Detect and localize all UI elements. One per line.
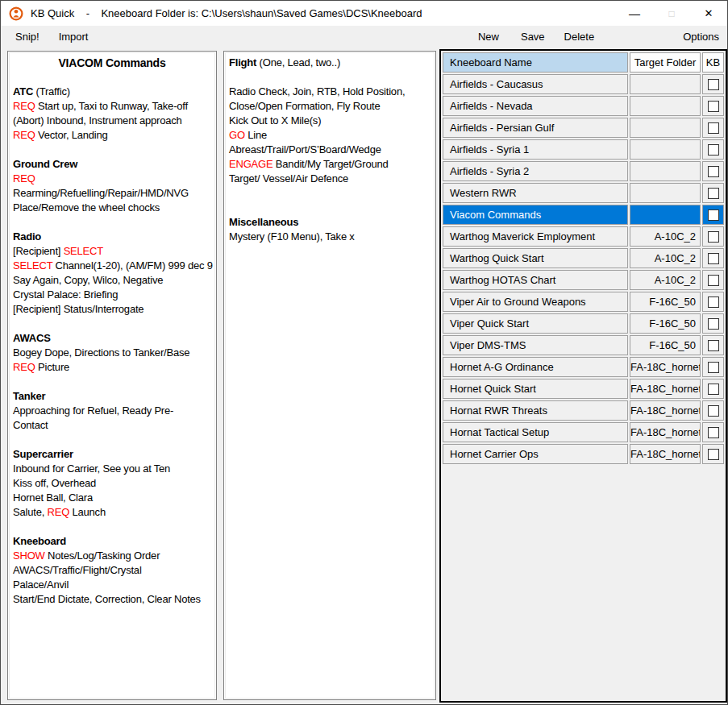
kb-cell[interactable]	[702, 313, 724, 334]
target-folder-cell[interactable]	[630, 161, 701, 181]
menu-save[interactable]: Save	[521, 31, 545, 43]
kb-checkbox[interactable]	[708, 340, 719, 351]
kneeboard-name-cell[interactable]: Viper DMS-TMS	[443, 335, 628, 355]
header-target-folder[interactable]: Target Folder	[630, 52, 701, 73]
kneeboard-row[interactable]: Hornat Tactical SetupFA-18C_hornet	[443, 422, 724, 442]
kneeboard-row[interactable]: Viacom Commands	[443, 205, 724, 225]
kb-checkbox[interactable]	[708, 79, 719, 90]
kb-checkbox[interactable]	[708, 166, 719, 177]
flight-commands-panel[interactable]: Flight (One, Lead, two..) Radio Check, J…	[223, 51, 436, 700]
kb-cell[interactable]	[702, 335, 724, 355]
kb-cell[interactable]	[702, 161, 724, 181]
kneeboard-row[interactable]: Warthog HOTAS ChartA-10C_2	[443, 270, 724, 290]
kneeboard-name-cell[interactable]: Western RWR	[443, 183, 628, 203]
target-folder-cell[interactable]: FA-18C_hornet	[630, 400, 701, 421]
kb-checkbox[interactable]	[708, 231, 719, 243]
target-folder-cell[interactable]: A-10C_2	[630, 226, 701, 247]
kneeboard-name-cell[interactable]: Airfields - Nevada	[443, 96, 628, 116]
kb-checkbox[interactable]	[708, 318, 719, 330]
kb-cell[interactable]	[702, 183, 724, 203]
kb-checkbox[interactable]	[708, 405, 719, 417]
close-button[interactable]: ✕	[690, 1, 727, 26]
kneeboard-row[interactable]: Hornet A-G OrdinanceFA-18C_hornet	[443, 357, 724, 377]
target-folder-cell[interactable]: FA-18C_hornet	[630, 444, 701, 464]
target-folder-cell[interactable]	[630, 74, 701, 94]
kneeboard-row[interactable]: Airfields - Nevada	[443, 96, 724, 116]
kb-checkbox[interactable]	[708, 449, 719, 460]
kb-checkbox[interactable]	[708, 384, 719, 395]
kneeboard-name-cell[interactable]: Hornat RWR Threats	[443, 400, 628, 421]
target-folder-cell[interactable]	[630, 139, 701, 160]
kb-cell[interactable]	[702, 226, 724, 247]
viacom-commands-panel[interactable]: VIACOM Commands ATC (Traffic)REQ Start u…	[7, 51, 217, 700]
kneeboard-name-cell[interactable]: Viper Air to Ground Weapons	[443, 292, 628, 312]
kb-cell[interactable]	[702, 292, 724, 312]
kb-cell[interactable]	[702, 379, 724, 399]
kneeboard-name-cell[interactable]: Airfields - Syria 1	[443, 139, 628, 160]
target-folder-cell[interactable]	[630, 205, 701, 225]
target-folder-cell[interactable]: A-10C_2	[630, 270, 701, 290]
kneeboard-name-cell[interactable]: Airfields - Persian Gulf	[443, 118, 628, 138]
kneeboard-name-cell[interactable]: Airfields - Caucasus	[443, 74, 628, 94]
target-folder-cell[interactable]	[630, 118, 701, 138]
kb-checkbox[interactable]	[708, 362, 719, 373]
header-kb[interactable]: KB	[702, 52, 724, 73]
kb-cell[interactable]	[702, 139, 724, 160]
kneeboard-row[interactable]: Warthog Maverick EmploymentA-10C_2	[443, 226, 724, 247]
kneeboard-name-cell[interactable]: Warthog Quick Start	[443, 248, 628, 268]
kb-checkbox[interactable]	[708, 427, 719, 438]
kneeboard-name-cell[interactable]: Hornet A-G Ordinance	[443, 357, 628, 377]
kneeboard-row[interactable]: Viper Air to Ground WeaponsF-16C_50	[443, 292, 724, 312]
menu-new[interactable]: New	[478, 31, 499, 43]
kneeboard-name-cell[interactable]: Airfields - Syria 2	[443, 161, 628, 181]
kb-checkbox[interactable]	[708, 122, 719, 134]
header-kneeboard-name[interactable]: Kneeboard Name	[443, 52, 628, 73]
menu-snip[interactable]: Snip!	[15, 31, 40, 43]
target-folder-cell[interactable]	[630, 96, 701, 116]
kb-cell[interactable]	[702, 96, 724, 116]
kneeboard-row[interactable]: Viper DMS-TMSF-16C_50	[443, 335, 724, 355]
target-folder-cell[interactable]: F-16C_50	[630, 335, 701, 355]
flight-commands-text[interactable]: Flight (One, Lead, two..) Radio Check, J…	[225, 52, 435, 699]
target-folder-cell[interactable]: FA-18C_hornet	[630, 357, 701, 377]
kneeboard-name-cell[interactable]: Warthog Maverick Employment	[443, 226, 628, 247]
kneeboard-row[interactable]: Western RWR	[443, 183, 724, 203]
kb-checkbox[interactable]	[708, 275, 719, 286]
kneeboard-row[interactable]: Airfields - Persian Gulf	[443, 118, 724, 138]
kneeboard-name-cell[interactable]: Warthog HOTAS Chart	[443, 270, 628, 290]
menu-import[interactable]: Import	[59, 31, 89, 43]
kneeboard-row[interactable]: Hornet Quick StartFA-18C_hornet	[443, 379, 724, 399]
kneeboard-name-cell[interactable]: Hornet Quick Start	[443, 379, 628, 399]
kneeboard-row[interactable]: Hornet Carrier OpsFA-18C_hornet	[443, 444, 724, 464]
kneeboard-name-cell[interactable]: Viper Quick Start	[443, 313, 628, 334]
kb-cell[interactable]	[702, 248, 724, 268]
kneeboard-row[interactable]: Airfields - Syria 2	[443, 161, 724, 181]
kb-checkbox[interactable]	[708, 297, 719, 308]
kb-cell[interactable]	[702, 400, 724, 421]
kb-checkbox[interactable]	[708, 101, 719, 112]
menu-options[interactable]: Options	[683, 31, 719, 43]
target-folder-cell[interactable]: F-16C_50	[630, 313, 701, 334]
minimize-button[interactable]: —	[616, 1, 653, 26]
kb-checkbox[interactable]	[708, 253, 719, 264]
menu-delete[interactable]: Delete	[564, 31, 595, 43]
kneeboard-row[interactable]: Airfields - Syria 1	[443, 139, 724, 160]
kneeboard-row[interactable]: Airfields - Caucasus	[443, 74, 724, 94]
kneeboard-name-cell[interactable]: Hornet Carrier Ops	[443, 444, 628, 464]
kb-cell[interactable]	[702, 118, 724, 138]
kb-checkbox[interactable]	[708, 209, 719, 221]
kb-cell[interactable]	[702, 422, 724, 442]
kneeboard-row[interactable]: Hornat RWR ThreatsFA-18C_hornet	[443, 400, 724, 421]
kb-checkbox[interactable]	[708, 144, 719, 156]
kneeboard-name-cell[interactable]: Hornat Tactical Setup	[443, 422, 628, 442]
target-folder-cell[interactable]: FA-18C_hornet	[630, 379, 701, 399]
kb-cell[interactable]	[702, 205, 724, 225]
target-folder-cell[interactable]: A-10C_2	[630, 248, 701, 268]
kb-cell[interactable]	[702, 444, 724, 464]
kb-cell[interactable]	[702, 270, 724, 290]
kneeboard-name-cell[interactable]: Viacom Commands	[443, 205, 628, 225]
target-folder-cell[interactable]: F-16C_50	[630, 292, 701, 312]
kb-checkbox[interactable]	[708, 188, 719, 199]
viacom-commands-text[interactable]: VIACOM Commands ATC (Traffic)REQ Start u…	[9, 52, 215, 699]
kneeboard-row[interactable]: Viper Quick StartF-16C_50	[443, 313, 724, 334]
